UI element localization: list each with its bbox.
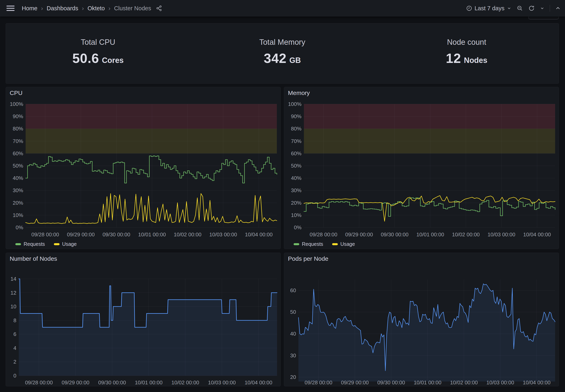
svg-text:20%: 20% bbox=[291, 200, 302, 206]
chevron-down-icon bbox=[540, 6, 544, 11]
legend-item-usage[interactable]: Usage bbox=[332, 241, 355, 247]
share-icon[interactable] bbox=[156, 5, 162, 11]
svg-text:10/04 00:00: 10/04 00:00 bbox=[523, 231, 551, 238]
cpu-panel: CPU 0%10%20%30%40%50%60%70%80%90%100%09/… bbox=[6, 87, 281, 249]
svg-text:30: 30 bbox=[290, 352, 296, 359]
collapse-toolbar-button[interactable] bbox=[555, 6, 561, 11]
top-toolbar: Home › Dashboards › Okteto › Cluster Nod… bbox=[0, 0, 565, 16]
svg-text:09/30 00:00: 09/30 00:00 bbox=[102, 231, 130, 238]
svg-text:40%: 40% bbox=[291, 175, 302, 181]
svg-text:60%: 60% bbox=[291, 150, 302, 156]
svg-text:10/04 00:00: 10/04 00:00 bbox=[245, 231, 273, 238]
chevron-right-icon: › bbox=[41, 5, 43, 12]
zoom-out-button[interactable] bbox=[517, 5, 523, 12]
svg-text:80%: 80% bbox=[291, 126, 302, 132]
svg-text:30%: 30% bbox=[291, 187, 302, 193]
svg-text:09/30 00:00: 09/30 00:00 bbox=[98, 379, 126, 386]
menu-icon[interactable] bbox=[6, 6, 14, 11]
svg-text:10/03 00:00: 10/03 00:00 bbox=[209, 231, 237, 238]
svg-text:10/02 00:00: 10/02 00:00 bbox=[452, 231, 480, 238]
legend-label: Usage bbox=[62, 241, 77, 247]
svg-text:14: 14 bbox=[11, 276, 16, 282]
svg-text:4: 4 bbox=[14, 345, 16, 351]
number-of-nodes-panel: Number of Nodes 0246810121409/28 00:0009… bbox=[6, 253, 281, 386]
svg-text:10/03 00:00: 10/03 00:00 bbox=[208, 379, 236, 386]
svg-text:100%: 100% bbox=[10, 101, 23, 107]
legend-label: Usage bbox=[340, 241, 355, 247]
svg-text:10/01 00:00: 10/01 00:00 bbox=[138, 231, 166, 238]
legend-item-requests[interactable]: Requests bbox=[15, 241, 45, 247]
number-of-nodes-chart[interactable]: 0246810121409/28 00:0009/29 00:0009/30 0… bbox=[6, 253, 280, 386]
svg-text:6: 6 bbox=[14, 331, 16, 337]
svg-text:10/03 00:00: 10/03 00:00 bbox=[488, 231, 515, 238]
stat-label: Total Memory bbox=[259, 38, 305, 47]
svg-text:09/28 00:00: 09/28 00:00 bbox=[310, 231, 337, 238]
svg-text:09/29 00:00: 09/29 00:00 bbox=[67, 231, 95, 238]
svg-text:70%: 70% bbox=[291, 138, 302, 144]
zoom-out-icon bbox=[517, 5, 523, 12]
legend-label: Requests bbox=[24, 241, 45, 247]
requests-swatch-icon bbox=[294, 243, 299, 245]
svg-text:10/02 00:00: 10/02 00:00 bbox=[172, 379, 199, 386]
svg-text:50%: 50% bbox=[13, 163, 23, 169]
svg-text:09/28 00:00: 09/28 00:00 bbox=[25, 379, 53, 386]
refresh-button[interactable] bbox=[528, 5, 535, 12]
time-range-picker[interactable]: Last 7 days bbox=[466, 5, 511, 12]
memory-chart[interactable]: 0%10%20%30%40%50%60%70%80%90%100%09/28 0… bbox=[284, 87, 559, 249]
svg-text:09/29 00:00: 09/29 00:00 bbox=[62, 379, 89, 386]
svg-text:20%: 20% bbox=[13, 200, 23, 206]
svg-text:8: 8 bbox=[14, 317, 16, 323]
refresh-interval-dropdown[interactable] bbox=[540, 6, 544, 11]
stats-panel: Total CPU 50.6 Cores Total Memory 342 GB… bbox=[6, 23, 559, 84]
svg-text:90%: 90% bbox=[13, 113, 23, 119]
breadcrumb-dashboards[interactable]: Dashboards bbox=[47, 5, 78, 12]
legend-item-requests[interactable]: Requests bbox=[294, 241, 323, 247]
svg-text:60%: 60% bbox=[13, 150, 23, 156]
breadcrumb-current-page: Cluster Nodes bbox=[114, 5, 151, 12]
stat-value: 12 bbox=[446, 51, 461, 66]
svg-text:100%: 100% bbox=[288, 101, 302, 107]
svg-text:60: 60 bbox=[290, 287, 296, 294]
svg-text:2: 2 bbox=[14, 359, 16, 365]
chevron-up-icon bbox=[555, 6, 561, 11]
pods-per-node-chart[interactable]: 203040506009/28 00:0009/29 00:0009/30 00… bbox=[284, 253, 559, 386]
requests-swatch-icon bbox=[15, 243, 21, 245]
cpu-legend: Requests Usage bbox=[15, 241, 77, 247]
memory-panel: Memory 0%10%20%30%40%50%60%70%80%90%100%… bbox=[284, 87, 559, 249]
svg-text:10%: 10% bbox=[13, 212, 23, 218]
toolbar-divider bbox=[550, 5, 550, 12]
usage-swatch-icon bbox=[54, 243, 59, 245]
chevron-right-icon: › bbox=[108, 5, 110, 12]
svg-text:90%: 90% bbox=[291, 113, 302, 119]
stat-label: Total CPU bbox=[81, 38, 115, 47]
legend-item-usage[interactable]: Usage bbox=[54, 241, 77, 247]
svg-text:10: 10 bbox=[11, 304, 16, 309]
usage-swatch-icon bbox=[332, 243, 338, 245]
svg-text:70%: 70% bbox=[13, 138, 23, 144]
time-range-label: Last 7 days bbox=[475, 5, 505, 12]
cpu-chart[interactable]: 0%10%20%30%40%50%60%70%80%90%100%09/28 0… bbox=[6, 87, 280, 249]
stat-label: Node count bbox=[447, 38, 486, 47]
legend-label: Requests bbox=[302, 241, 323, 247]
svg-text:30%: 30% bbox=[13, 187, 23, 193]
toolbar-right-controls: Last 7 days bbox=[461, 5, 561, 12]
dashboard-page: Home › Dashboards › Okteto › Cluster Nod… bbox=[0, 0, 565, 392]
svg-text:50%: 50% bbox=[291, 163, 302, 169]
svg-text:10/04 00:00: 10/04 00:00 bbox=[245, 379, 272, 386]
breadcrumb-okteto[interactable]: Okteto bbox=[87, 5, 105, 12]
stat-unit: GB bbox=[289, 56, 301, 65]
svg-text:09/29 00:00: 09/29 00:00 bbox=[345, 231, 373, 238]
chevron-right-icon: › bbox=[82, 5, 84, 12]
stat-unit: Nodes bbox=[464, 56, 487, 65]
stat-node-count: Node count 12 Nodes bbox=[375, 22, 559, 82]
svg-text:09/30 00:00: 09/30 00:00 bbox=[381, 231, 408, 238]
stat-total-memory: Total Memory 342 GB bbox=[190, 22, 374, 82]
breadcrumb-home[interactable]: Home bbox=[22, 5, 37, 12]
clock-icon bbox=[466, 5, 472, 11]
pods-per-node-panel: Pods per Node 203040506009/28 00:0009/29… bbox=[284, 253, 559, 386]
stat-value: 50.6 bbox=[72, 51, 99, 66]
svg-text:12: 12 bbox=[11, 290, 16, 296]
stat-total-cpu: Total CPU 50.6 Cores bbox=[6, 22, 190, 82]
svg-text:10/01 00:00: 10/01 00:00 bbox=[135, 379, 162, 386]
svg-text:80%: 80% bbox=[13, 126, 23, 132]
